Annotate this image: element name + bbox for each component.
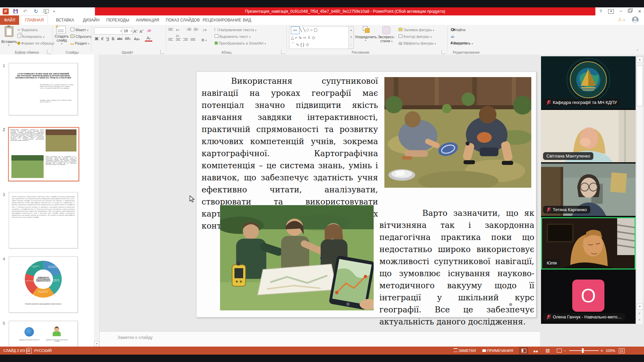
italic-button[interactable]: К [100, 36, 105, 42]
increase-indent-button[interactable] [194, 27, 199, 34]
powerpoint-logo-icon[interactable]: P [3, 8, 9, 14]
character-spacing-button[interactable]: АВ▾ [124, 36, 131, 42]
tab-slideshow[interactable]: ПОКАЗ СЛАЙДОВ [162, 15, 204, 25]
help-button[interactable]: ? [597, 7, 604, 15]
strikethrough-button[interactable]: S [111, 36, 115, 42]
align-right-button[interactable] [183, 38, 189, 44]
new-slide-button[interactable]: ✳ Создать слайд ▾ [54, 25, 69, 45]
minimize-button[interactable]: – [616, 7, 625, 15]
scrollbar-thumb[interactable] [637, 65, 643, 106]
reading-view-button[interactable]: ▤ [543, 347, 552, 354]
close-button[interactable]: ✕ [635, 7, 644, 15]
slide-paragraph-1[interactable]: Використання супутникової навігації на у… [202, 75, 378, 208]
quick-styles-button[interactable]: Экспресс- стили ▾ [377, 25, 396, 43]
zoom-out-button[interactable]: - [564, 347, 566, 355]
notification-warning-icon[interactable]: ⚠ ▾ [618, 17, 628, 23]
zoom-slider-thumb[interactable] [582, 348, 584, 353]
textbox-shape-icon[interactable]: A≡ [291, 26, 300, 34]
columns-button[interactable]: ≣ ▾ [201, 37, 207, 43]
font-name-combo[interactable]: ▾ [94, 27, 123, 35]
align-left-button[interactable] [168, 38, 174, 44]
zoom-level[interactable]: 100% [606, 347, 615, 355]
scroll-down-button[interactable]: ▼ [637, 304, 643, 310]
find-button[interactable]: Найти [451, 27, 465, 33]
decrease-indent-button[interactable] [186, 27, 192, 34]
tab-review[interactable]: РЕЦЕНЗИРОВАНИЕ [199, 15, 245, 25]
save-button[interactable] [13, 8, 19, 14]
replace-button[interactable]: ab Заменить ▾ [451, 34, 470, 40]
section-button[interactable]: Раздел ▾ [70, 40, 90, 46]
bullets-button[interactable] [168, 27, 174, 34]
slide-thumbnail-3[interactable]: Метою дослідження є обґрунтування теорет… [9, 192, 78, 248]
shapes-gallery-scrollbar[interactable]: ▲▼⌄ [348, 26, 354, 49]
slide-sorter-view-button[interactable] [531, 347, 540, 354]
justify-button[interactable] [191, 38, 196, 44]
notes-pane[interactable]: Заметки к слайду [99, 331, 540, 347]
undo-button[interactable]: ↶ [22, 8, 28, 14]
thumbnail-scrollbar[interactable]: ▼ [94, 55, 100, 347]
underline-button[interactable]: Ч [105, 36, 110, 42]
qat-customize-button[interactable]: ▾ [51, 8, 57, 14]
shape-outline-button[interactable]: Контур фигуры ▾ [398, 34, 432, 40]
shape-fill-button[interactable]: Заливка фигуры ▾ [398, 27, 434, 33]
next-slide-button[interactable]: « [637, 317, 642, 322]
slide-thumbnail-4[interactable]: КОМПОНЕНТИ КАРТОГРАФІЧНОЇ КОМПЕТЕНТНОСТІ… [9, 256, 78, 313]
drawing-dialog-launcher[interactable] [441, 50, 446, 54]
clear-formatting-button[interactable] [146, 27, 152, 34]
fit-slide-to-window-button[interactable] [619, 348, 625, 353]
restore-button[interactable] [626, 7, 635, 15]
tab-animations[interactable]: АНИМАЦИЯ [132, 15, 163, 25]
line-spacing-button[interactable]: ↕≡ [203, 27, 207, 33]
select-button[interactable]: Выделить ▾ [451, 40, 473, 46]
copy-button[interactable]: Копировать ▾ [17, 34, 44, 40]
ribbon-display-options-button[interactable] [606, 7, 615, 15]
thumbnail-scroll-down-button[interactable]: ▼ [94, 341, 99, 346]
format-painter-button[interactable]: Формат по образцу [17, 40, 54, 46]
align-text-button[interactable]: Выровнять текст ▾ [215, 34, 251, 40]
tab-view[interactable]: ВИД [239, 15, 255, 25]
cut-button[interactable]: ✂ Вырезать [17, 27, 38, 33]
change-case-button[interactable]: Aa▾ [133, 36, 141, 42]
tab-file[interactable]: ФАЙЛ [0, 15, 19, 25]
bold-button[interactable]: Ж [94, 36, 99, 42]
participant-tile-tetyana[interactable]: Тетяна Карпенко [541, 164, 636, 216]
grow-font-button[interactable]: А˄ [133, 27, 138, 34]
clipboard-dialog-launcher[interactable] [47, 50, 51, 54]
tab-insert[interactable]: ВСТАВКА [52, 15, 78, 25]
previous-slide-button[interactable]: « [637, 311, 642, 316]
account-avatar[interactable] [632, 16, 639, 23]
shape-effects-button[interactable]: Эффекты фигуры ▾ [398, 40, 436, 46]
participant-tile-olena[interactable]: О Олена Ганчук - Навчально-мето… [541, 271, 636, 323]
numbering-button[interactable]: 1≡2≡ [176, 27, 179, 33]
slide-paragraph-2[interactable]: Варто зазначити, що як вітчизняна так і … [379, 207, 534, 305]
text-direction-button[interactable]: Направление текста ▾ [215, 27, 256, 33]
paragraph-dialog-launcher[interactable] [281, 50, 285, 54]
zoom-slider-track[interactable] [569, 350, 599, 351]
start-slideshow-button[interactable] [43, 8, 49, 14]
tab-home[interactable]: ГЛАВНАЯ [21, 15, 48, 25]
font-dialog-launcher[interactable] [160, 50, 165, 54]
shrink-font-button[interactable]: А˅ [139, 27, 144, 34]
slide-thumbnail-2-selected[interactable]: Використання супутникової навігації на у… [8, 127, 79, 181]
font-size-combo[interactable]: 18▾ [122, 27, 133, 35]
participant-tile-yuliya-active-speaker[interactable]: Юлія [541, 217, 636, 269]
slideshow-view-button[interactable] [555, 347, 564, 354]
spellcheck-icon[interactable]: ✓ [26, 348, 32, 354]
photo-children-garden[interactable] [384, 77, 531, 188]
arrange-button[interactable]: Упорядочить ▾ [355, 25, 376, 42]
language-indicator[interactable]: РУССКИЙ [34, 347, 52, 355]
redo-button[interactable]: ↻ [33, 8, 39, 14]
reset-button[interactable]: Сбросить [70, 34, 92, 40]
tab-design[interactable]: ДИЗАЙН [79, 15, 103, 25]
current-slide-canvas[interactable]: Використання супутникової навігації на у… [196, 71, 536, 317]
slide-thumbnail-panel[interactable]: 1 СУПУТНИКОВА НАВІГАЦІЯ ЯК ЕФЕКТИВНИЙ ІН… [0, 55, 94, 347]
normal-view-button[interactable] [519, 347, 528, 354]
shapes-gallery[interactable]: A≡╲ ╲ □ ○ ▢ △ ⌐ ↳ ⇨ ⇩ ◇ ⌒ ∿ { } ☆ [289, 26, 350, 49]
align-center-button[interactable] [176, 38, 181, 44]
text-shadow-button[interactable]: abc [116, 36, 123, 42]
tab-transitions[interactable]: ПЕРЕХОДЫ [102, 15, 133, 25]
paste-button[interactable]: Вставить ▾ [1, 25, 16, 47]
photo-students-navigation[interactable] [220, 205, 374, 310]
smartart-button[interactable]: Преобразовать в SmartArt ▾ [215, 40, 266, 46]
collapse-ribbon-button[interactable]: ⌃ [636, 49, 639, 53]
